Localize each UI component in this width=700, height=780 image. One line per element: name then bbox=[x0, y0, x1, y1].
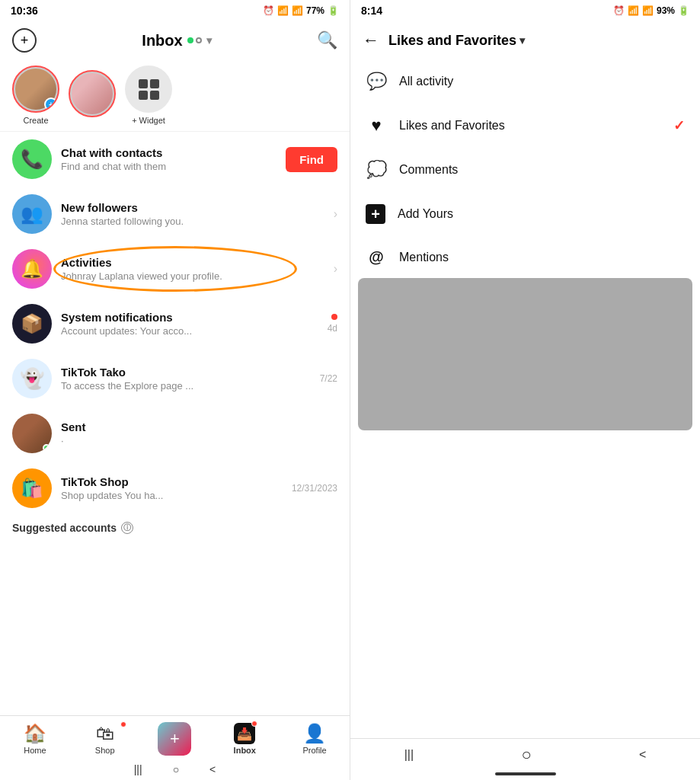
tiktok-shop-title: TikTok Shop bbox=[61, 475, 283, 488]
right-menu-list: 💬 All activity ♥ Likes and Favorites ✓ 💭… bbox=[350, 59, 700, 738]
home-icon: 🏠 bbox=[24, 723, 46, 744]
right-signal-icon: 📶 bbox=[642, 5, 654, 16]
menu-item-add-yours[interactable]: + Add Yours bbox=[350, 192, 700, 236]
green-dot bbox=[187, 37, 193, 43]
new-followers-icon: 👥 bbox=[12, 194, 52, 234]
menu-item-likes-favorites[interactable]: ♥ Likes and Favorites ✓ bbox=[350, 104, 700, 148]
tiktok-tako-text: TikTok Tako To access the Explore page .… bbox=[61, 366, 311, 392]
find-button[interactable]: Find bbox=[286, 147, 337, 172]
ghost-icon: 👻 bbox=[20, 367, 44, 391]
chat-contacts-icon: 📞 bbox=[12, 139, 52, 179]
inbox-item-system-notifications[interactable]: 📦 System notifications Account updates: … bbox=[0, 296, 350, 351]
comments-label: Comments bbox=[399, 163, 685, 177]
tiktok-shop-meta: 12/31/2023 bbox=[292, 483, 337, 494]
tiktok-tako-title: TikTok Tako bbox=[61, 366, 311, 379]
left-status-bar: 10:36 ⏰ 📶 📶 77% 🔋 bbox=[0, 0, 350, 21]
inbox-item-sent[interactable]: Sent · bbox=[0, 406, 350, 461]
create-label: Create bbox=[23, 116, 48, 125]
inbox-item-tiktok-tako[interactable]: 👻 TikTok Tako To access the Explore page… bbox=[0, 351, 350, 406]
right-header: ← Likes and Favorites ▾ bbox=[350, 21, 700, 59]
create-avatar: + bbox=[12, 66, 59, 113]
likes-favorites-title: Likes and Favorites bbox=[388, 33, 516, 49]
left-time: 10:36 bbox=[11, 5, 38, 17]
menu-item-mentions[interactable]: @ Mentions bbox=[350, 236, 700, 278]
tiktok-tako-meta: 7/22 bbox=[320, 373, 337, 384]
profile-icon: 👤 bbox=[303, 723, 326, 744]
nav-inbox[interactable]: 📥 Inbox bbox=[209, 723, 280, 755]
widget-icon bbox=[139, 79, 159, 100]
wifi-icon: 📶 bbox=[277, 5, 289, 16]
system-notifications-text: System notifications Account updates: Yo… bbox=[61, 311, 318, 337]
suggested-accounts-section: Suggested accounts ⓘ bbox=[0, 516, 350, 537]
widget-avatar bbox=[125, 66, 172, 113]
left-menu-indicator: ||| bbox=[134, 763, 142, 775]
add-button[interactable]: + bbox=[12, 28, 37, 53]
activities-title: Activities bbox=[61, 256, 324, 269]
right-panel: 8:14 ⏰ 📶 📶 93% 🔋 ← Likes and Favorites ▾… bbox=[350, 0, 700, 780]
right-battery-text: 93% bbox=[657, 5, 675, 16]
system-notifications-meta: 4d bbox=[328, 314, 337, 334]
system-notifications-time: 4d bbox=[328, 323, 337, 334]
chat-contacts-text: Chat with contacts Find and chat with th… bbox=[61, 146, 276, 172]
likes-favorites-menu-label: Likes and Favorites bbox=[399, 119, 661, 133]
menu-item-comments[interactable]: 💭 Comments bbox=[350, 148, 700, 192]
right-home-circle[interactable]: ○ bbox=[521, 745, 531, 765]
add-post-button[interactable]: + bbox=[158, 722, 191, 756]
right-home-indicator bbox=[350, 768, 700, 780]
tiktok-tako-icon: 👻 bbox=[12, 359, 52, 398]
system-notifications-dot bbox=[331, 314, 337, 320]
tiktok-tako-sub: To access the Explore page ... bbox=[61, 380, 311, 392]
all-activity-icon: 💬 bbox=[366, 72, 387, 91]
suggested-info-icon[interactable]: ⓘ bbox=[121, 522, 133, 534]
inbox-item-chat-contacts[interactable]: 📞 Chat with contacts Find and chat with … bbox=[0, 132, 350, 187]
nav-profile[interactable]: 👤 Profile bbox=[280, 723, 350, 755]
add-yours-icon: + bbox=[366, 204, 385, 224]
menu-item-all-activity[interactable]: 💬 All activity bbox=[350, 59, 700, 104]
user2-avatar bbox=[69, 70, 116, 117]
back-button[interactable]: ← bbox=[363, 30, 379, 50]
right-battery-icon: 🔋 bbox=[678, 5, 689, 16]
chevron-down-icon: ▾ bbox=[206, 34, 212, 46]
sent-online-dot bbox=[43, 444, 50, 452]
right-status-icons: ⏰ 📶 📶 93% 🔋 bbox=[613, 5, 689, 16]
left-panel: 10:36 ⏰ 📶 📶 77% 🔋 + Inbox ▾ 🔍 + bbox=[0, 0, 350, 780]
story-create[interactable]: + Create bbox=[12, 66, 59, 125]
right-back-indicator[interactable]: < bbox=[639, 748, 646, 762]
nav-home[interactable]: 🏠 Home bbox=[0, 723, 70, 755]
shop-icon: 🛍 bbox=[96, 723, 114, 744]
right-status-bar: 8:14 ⏰ 📶 📶 93% 🔋 bbox=[350, 0, 700, 21]
new-followers-sub: Jenna started following you. bbox=[61, 216, 324, 227]
story-widget[interactable]: + Widget bbox=[125, 66, 172, 125]
inbox-item-new-followers[interactable]: 👥 New followers Jenna started following … bbox=[0, 187, 350, 241]
suggested-accounts-label: Suggested accounts bbox=[12, 522, 117, 534]
nav-shop[interactable]: 🛍 Shop bbox=[70, 723, 140, 755]
inbox-item-activities[interactable]: 🔔 Activities Johnray Laplana viewed your… bbox=[0, 241, 350, 296]
chevron-right-icon: › bbox=[334, 207, 337, 221]
inbox-nav-icon: 📥 bbox=[234, 723, 255, 744]
right-title: Likes and Favorites ▾ bbox=[388, 33, 688, 49]
sent-title: Sent bbox=[61, 420, 337, 433]
dropdown-arrow-icon[interactable]: ▾ bbox=[519, 34, 525, 46]
story-user2[interactable] bbox=[69, 70, 116, 120]
right-alarm-icon: ⏰ bbox=[613, 5, 625, 16]
shop-badge bbox=[120, 721, 126, 727]
nav-add-post[interactable]: + bbox=[140, 722, 210, 756]
likes-favorites-icon: ♥ bbox=[366, 116, 387, 136]
create-plus-icon: + bbox=[44, 98, 58, 111]
check-mark-icon: ✓ bbox=[673, 117, 685, 134]
gray-content-area bbox=[358, 278, 692, 430]
comments-icon: 💭 bbox=[366, 160, 387, 180]
search-button[interactable]: 🔍 bbox=[317, 30, 337, 50]
mentions-icon: @ bbox=[366, 248, 387, 266]
status-dots bbox=[187, 37, 202, 43]
left-back-indicator: < bbox=[209, 763, 216, 775]
left-header: + Inbox ▾ 🔍 bbox=[0, 21, 350, 59]
left-bottom-nav: 🏠 Home 🛍 Shop + 📥 Inbox 👤 Profile bbox=[0, 715, 350, 759]
system-notifications-sub: Account updates: Your acco... bbox=[61, 325, 318, 337]
activities-chevron-icon: › bbox=[334, 262, 337, 276]
alarm-icon: ⏰ bbox=[263, 5, 274, 16]
inbox-item-tiktok-shop[interactable]: 🛍️ TikTok Shop Shop updates You ha... 12… bbox=[0, 461, 350, 516]
system-notifications-title: System notifications bbox=[61, 311, 318, 324]
add-yours-label: Add Yours bbox=[398, 207, 685, 221]
new-followers-title: New followers bbox=[61, 201, 324, 214]
